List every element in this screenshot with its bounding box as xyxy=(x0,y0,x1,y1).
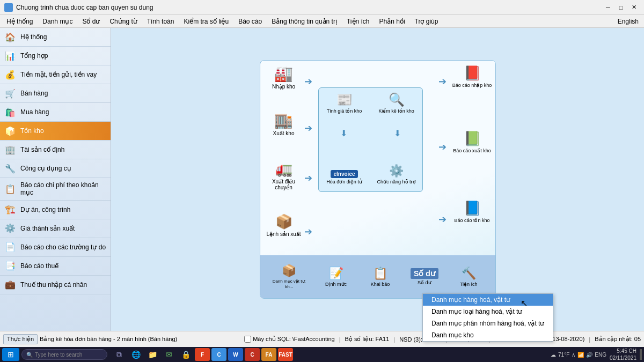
bc-ton-kho-label: Báo cáo tồn kho xyxy=(454,218,489,224)
danh-muc-vt-label: Danh mục vật tư, kh... xyxy=(270,279,308,289)
menu-bang-thong-tin[interactable]: Bảng thông tin quản trị xyxy=(267,17,341,26)
sidebar-item-bao-cao-cac[interactable]: 📄 Báo cáo cho các trường tự do xyxy=(0,238,111,257)
arrow-lsx: ➔ xyxy=(304,226,312,238)
khai-bao-item[interactable]: 📋 Khai báo xyxy=(364,267,396,287)
dropdown-item-1[interactable]: Danh mục loại hàng hoá, vật tư xyxy=(423,306,553,317)
sidebar-item-cong-cu[interactable]: 🔧 Công cụ dụng cụ xyxy=(0,159,111,178)
taskbar-word-icon[interactable]: W xyxy=(228,348,243,361)
menu-so-du[interactable]: Sổ dư xyxy=(78,17,104,26)
sidebar-item-gia-thanh[interactable]: ⚙️ Giá thành sản xuất xyxy=(0,219,111,238)
ban-cap-nhat-label: Bản cập nhật: 05 xyxy=(595,336,641,343)
taskbar-lock-icon[interactable]: 🔒 xyxy=(178,348,193,361)
sidebar-item-he-thong[interactable]: 🏠 Hệ thống xyxy=(0,28,111,47)
xuat-kho-item[interactable]: 🏬 Xuất kho xyxy=(264,112,304,136)
tien-ich-item[interactable]: 🔨 Tiện ích xyxy=(452,267,485,287)
bc-nhap-kho-icon: 📕 xyxy=(464,65,481,82)
taskbar-c-icon[interactable]: C xyxy=(245,348,260,361)
lang-label: ENG xyxy=(595,352,606,358)
windows-icon: ⊞ xyxy=(8,350,14,359)
sidebar-label-thue-thu-nhap: Thuế thu nhập cá nhân xyxy=(20,281,87,289)
sidebar-item-tong-hop[interactable]: 📊 Tổng hợp xyxy=(0,47,111,65)
hoa-don-icon: elnvoice xyxy=(331,170,357,178)
taskbar-right: ☁ 71°F ∧ 📶 🔊 ENG 5:45 CH 02/11/2021 xyxy=(551,348,642,361)
wifi-icon: 📶 xyxy=(577,352,584,358)
menu-chung-tu[interactable]: Chứng từ xyxy=(105,17,141,26)
menu-he-thong[interactable]: Hệ thống xyxy=(2,17,37,26)
bc-nhap-kho-item[interactable]: 📕 Báo cáo nhập kho xyxy=(450,65,494,88)
bc-ton-kho-item[interactable]: 📘 Báo cáo tồn kho xyxy=(450,200,494,224)
taskbar-explorer-icon[interactable]: 📁 xyxy=(145,348,160,361)
minimize-button[interactable]: ─ xyxy=(602,2,614,13)
chuc-nang-icon: ⚙️ xyxy=(389,164,404,178)
bc-xuat-kho-item[interactable]: 📗 Báo cáo xuất kho xyxy=(450,130,494,154)
hoa-don-item[interactable]: elnvoice Hóa đơn điện tử xyxy=(323,170,366,185)
may-chu-label: Máy chủ SQL: \FastAccounting xyxy=(253,336,335,343)
menu-phan-hoi[interactable]: Phản hồi xyxy=(375,17,409,26)
sidebar-item-tien-mat[interactable]: 💰 Tiền mặt, tiền gửi, tiền vay xyxy=(0,65,111,84)
sidebar-item-bao-cao-thue[interactable]: 📑 Báo cáo thuế xyxy=(0,257,111,276)
taskbar-mail-icon[interactable]: ✉ xyxy=(162,348,177,361)
thue-thu-nhap-icon: 💼 xyxy=(4,279,16,291)
date-display: 02/11/2021 xyxy=(610,354,636,361)
clock: 5:45 CH 02/11/2021 xyxy=(610,348,636,361)
arrow-xuat: ➔ xyxy=(304,122,312,134)
taskbar-edge-icon[interactable]: 🌐 xyxy=(128,348,143,361)
title-bar: Chuong trinh chua duoc cap ban quyen su … xyxy=(0,0,644,15)
dropdown-item-2[interactable]: Danh mục phân nhóm hàng hoá, vật tư xyxy=(423,317,553,329)
speaker-icon: 🔊 xyxy=(586,352,592,358)
menu-danh-muc[interactable]: Danh mục xyxy=(38,17,77,26)
danh-muc-vt-item[interactable]: 📦 Danh mục vật tư, kh... xyxy=(270,264,308,289)
taskbar-chrome-icon[interactable]: C xyxy=(211,348,226,361)
taskbar-fast1-icon[interactable]: F xyxy=(195,348,210,361)
menu-tinh-toan[interactable]: Tính toán xyxy=(143,17,179,26)
nhap-kho-item[interactable]: 🏭 Nhập kho xyxy=(264,65,304,90)
may-chu-area: Máy chủ SQL: \FastAccounting xyxy=(244,336,335,343)
may-chu-checkbox[interactable] xyxy=(244,336,251,343)
so-du-item[interactable]: Số dư Số dư xyxy=(408,268,441,285)
menu-language[interactable]: English xyxy=(614,17,642,26)
taskbar-fa-icon[interactable]: FA xyxy=(261,348,276,361)
chuc-nang-label: Chức năng hỗ trợ xyxy=(377,179,415,185)
menu-kiem-tra[interactable]: Kiểm tra số liệu xyxy=(179,17,233,26)
cloud-icon: ☁ xyxy=(551,352,556,358)
lenh-san-xuat-item[interactable]: 📦 Lệnh sản xuất xyxy=(264,213,304,237)
tinh-gia-item[interactable]: 📰 Tính giá tồn kho xyxy=(323,92,366,114)
maximize-button[interactable]: □ xyxy=(615,2,627,13)
bao-cao-chi-phi-icon: 📋 xyxy=(4,183,16,195)
taskbar-apps: ⧉ 🌐 📁 ✉ 🔒 F C W C FA FAST xyxy=(112,348,293,361)
sidebar-item-ban-hang[interactable]: 🛒 Bán hàng xyxy=(0,84,111,103)
sidebar-item-ton-kho[interactable]: 📦 Tồn kho xyxy=(0,122,111,141)
menu-bar: Hệ thống Danh mục Sổ dư Chứng từ Tính to… xyxy=(0,15,644,28)
thuc-hien-button[interactable]: Thực hiện xyxy=(3,334,38,344)
dinh-muc-item[interactable]: 📝 Định mức xyxy=(320,267,352,287)
so-du-icon: Số dư xyxy=(411,268,438,279)
dropdown-item-0[interactable]: Danh mục hàng hoá, vật tư xyxy=(423,294,553,306)
lenh-san-xuat-icon: 📦 xyxy=(275,213,292,230)
taskbar-task-icon[interactable]: ⧉ xyxy=(112,348,127,361)
search-box[interactable]: 🔍 Type here to search xyxy=(21,349,107,360)
menu-tien-ich[interactable]: Tiện ích xyxy=(342,17,374,26)
kiem-ke-item[interactable]: 🔍 Kiểm kê tồn kho xyxy=(375,92,418,114)
chuc-nang-item[interactable]: ⚙️ Chức năng hỗ trợ xyxy=(375,164,418,185)
center-down-arrow1: ⬇ xyxy=(340,128,347,138)
sidebar-item-bao-cao-chi-phi[interactable]: 📋 Báo cáo chi phí theo khoản mục xyxy=(0,178,111,201)
taskbar-fast2-icon[interactable]: FAST xyxy=(278,348,293,361)
bao-cao-cac-icon: 📄 xyxy=(4,241,16,253)
show-desktop-button[interactable] xyxy=(640,349,642,360)
menu-tro-giup[interactable]: Trợ giúp xyxy=(411,17,443,26)
sidebar-item-tai-san[interactable]: 🏢 Tài sản cố định xyxy=(0,141,111,159)
sidebar-item-du-an[interactable]: 🏗️ Dự án, công trình xyxy=(0,201,111,219)
app-icon xyxy=(4,3,13,12)
chevron-icon: ∧ xyxy=(572,352,575,358)
sidebar-item-thue-thu-nhap[interactable]: 💼 Thuế thu nhập cá nhân xyxy=(0,276,111,294)
close-button[interactable]: ✕ xyxy=(628,2,640,13)
sys-tray: ☁ 71°F ∧ 📶 🔊 ENG xyxy=(551,352,606,358)
dropdown-item-3[interactable]: Danh mục kho xyxy=(423,329,553,341)
sidebar-item-mua-hang[interactable]: 🛍️ Mua hàng xyxy=(0,103,111,122)
xuat-dieu-chuyen-item[interactable]: 🚛 Xuất điều chuyển xyxy=(264,161,304,190)
workflow-card: 🏭 Nhập kho 🏬 Xuất kho 🚛 Xuất điều chuyển… xyxy=(260,60,496,299)
xuat-dieu-chuyen-label: Xuất điều chuyển xyxy=(264,179,304,190)
dinh-muc-label: Định mức xyxy=(325,282,347,287)
start-button[interactable]: ⊞ xyxy=(2,348,19,361)
menu-bao-cao[interactable]: Báo cáo xyxy=(234,17,266,26)
